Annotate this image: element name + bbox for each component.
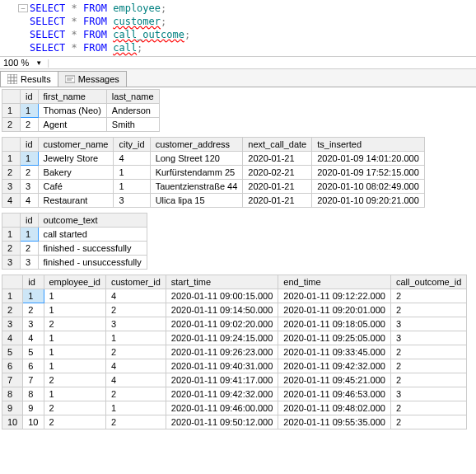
cell[interactable]: 2: [390, 289, 467, 303]
column-header[interactable]: customer_address: [150, 138, 243, 152]
cell[interactable]: 1: [44, 387, 105, 401]
column-header[interactable]: customer_name: [38, 138, 114, 152]
code-text[interactable]: SELECT * FROM call_outcome;: [30, 28, 190, 41]
cell[interactable]: 2020-01-11 09:45:21.000: [278, 373, 391, 387]
cell[interactable]: 7: [23, 373, 44, 387]
cell[interactable]: 4: [105, 289, 166, 303]
cell[interactable]: 1: [21, 104, 39, 118]
cell[interactable]: 4: [105, 373, 166, 387]
editor-line[interactable]: SELECT * FROM call;: [3, 41, 476, 54]
zoom-level[interactable]: 100 %: [2, 58, 30, 68]
cell[interactable]: 2020-01-11 09:12:22.000: [278, 289, 391, 303]
column-header[interactable]: city_id: [114, 138, 150, 152]
table-row[interactable]: 77242020-01-11 09:41:17.0002020-01-11 09…: [2, 373, 467, 387]
table-row[interactable]: 33232020-01-11 09:02:20.0002020-01-11 09…: [2, 317, 467, 331]
cell[interactable]: 6: [23, 359, 44, 373]
cell[interactable]: 1: [44, 303, 105, 317]
table-row[interactable]: 1010222020-01-11 09:50:12.0002020-01-11 …: [2, 415, 467, 429]
cell[interactable]: Anderson: [106, 104, 159, 118]
table-row[interactable]: 22Bakery1Kurfürstendamm 252020-02-212020…: [2, 166, 425, 180]
row-number[interactable]: 1: [2, 104, 21, 118]
cell[interactable]: 2020-01-21: [243, 152, 312, 166]
result-grid-employee[interactable]: idfirst_namelast_name11Thomas (Neo)Ander…: [2, 89, 160, 132]
cell[interactable]: 1: [21, 152, 39, 166]
cell[interactable]: 3: [21, 180, 39, 194]
cell[interactable]: 8: [23, 387, 44, 401]
column-header[interactable]: ts_inserted: [312, 138, 425, 152]
column-header[interactable]: start_time: [166, 275, 278, 289]
cell[interactable]: 3: [21, 256, 39, 270]
cell[interactable]: 2: [21, 242, 39, 256]
cell[interactable]: Tauentzienstraße 44: [150, 180, 243, 194]
table-row[interactable]: 33Café1Tauentzienstraße 442020-01-212020…: [2, 180, 425, 194]
table-row[interactable]: 99212020-01-11 09:46:00.0002020-01-11 09…: [2, 401, 467, 415]
cell[interactable]: 2020-01-11 09:33:45.000: [278, 345, 391, 359]
row-number[interactable]: 2: [2, 118, 21, 132]
cell[interactable]: 4: [105, 359, 166, 373]
code-text[interactable]: SELECT * FROM customer;: [30, 15, 166, 28]
cell[interactable]: 1: [114, 166, 150, 180]
row-number[interactable]: 1: [2, 228, 21, 242]
cell[interactable]: 1: [44, 289, 105, 303]
table-row[interactable]: 44112020-01-11 09:24:15.0002020-01-11 09…: [2, 331, 467, 345]
cell[interactable]: Bakery: [38, 166, 114, 180]
row-number[interactable]: 6: [2, 359, 23, 373]
cell[interactable]: 3: [390, 331, 467, 345]
cell[interactable]: 1: [21, 228, 39, 242]
column-header[interactable]: first_name: [38, 90, 106, 104]
cell[interactable]: Agent: [38, 118, 106, 132]
row-number[interactable]: 2: [2, 303, 23, 317]
tab-results[interactable]: Results: [0, 71, 58, 87]
row-number[interactable]: 3: [2, 180, 21, 194]
column-header[interactable]: next_call_date: [243, 138, 312, 152]
table-row[interactable]: 22AgentSmith: [2, 118, 160, 132]
cell[interactable]: 2020-01-11 09:20:01.000: [278, 303, 391, 317]
cell[interactable]: 2: [390, 401, 467, 415]
table-row[interactable]: 22122020-01-11 09:14:50.0002020-01-11 09…: [2, 303, 467, 317]
row-number[interactable]: 4: [2, 194, 21, 208]
table-row[interactable]: 11142020-01-11 09:00:15.0002020-01-11 09…: [2, 289, 467, 303]
cell[interactable]: call started: [38, 228, 147, 242]
cell[interactable]: 5: [23, 345, 44, 359]
tab-messages[interactable]: Messages: [58, 71, 127, 87]
cell[interactable]: 2020-01-11 09:48:02.000: [278, 401, 391, 415]
cell[interactable]: 9: [23, 401, 44, 415]
table-row[interactable]: 11Jewelry Store4Long Street 1202020-01-2…: [2, 152, 425, 166]
column-header[interactable]: outcome_text: [38, 214, 147, 228]
cell[interactable]: 2020-01-11 09:46:00.000: [166, 401, 278, 415]
cell[interactable]: 2020-01-11 09:50:12.000: [166, 415, 278, 429]
cell[interactable]: 3: [390, 317, 467, 331]
cell[interactable]: Long Street 120: [150, 152, 243, 166]
row-number[interactable]: 1: [2, 152, 21, 166]
row-number[interactable]: 2: [2, 166, 21, 180]
row-number[interactable]: 10: [2, 415, 23, 429]
cell[interactable]: 4: [21, 194, 39, 208]
column-header[interactable]: id: [23, 275, 44, 289]
cell[interactable]: 2: [21, 118, 39, 132]
cell[interactable]: 2020-01-11 09:24:15.000: [166, 331, 278, 345]
cell[interactable]: 2020-01-11 09:02:20.000: [166, 317, 278, 331]
column-header[interactable]: id: [21, 90, 39, 104]
cell[interactable]: 2020-01-11 09:14:50.000: [166, 303, 278, 317]
column-header[interactable]: id: [21, 138, 39, 152]
cell[interactable]: finished - unsuccessfully: [38, 256, 147, 270]
cell[interactable]: Café: [38, 180, 114, 194]
cell[interactable]: 2: [44, 415, 105, 429]
column-header[interactable]: id: [21, 214, 39, 228]
cell[interactable]: 2020-01-09 14:01:20.000: [312, 152, 425, 166]
column-header[interactable]: customer_id: [105, 275, 166, 289]
cell[interactable]: 1: [114, 180, 150, 194]
cell[interactable]: 2020-01-11 09:40:31.000: [166, 359, 278, 373]
table-row[interactable]: 11call started: [2, 228, 147, 242]
cell[interactable]: 2: [105, 303, 166, 317]
row-number[interactable]: 8: [2, 387, 23, 401]
cell[interactable]: 2020-01-21: [243, 180, 312, 194]
table-row[interactable]: 66142020-01-11 09:40:31.0002020-01-11 09…: [2, 359, 467, 373]
fold-icon[interactable]: −: [18, 4, 28, 12]
cell[interactable]: 2: [390, 303, 467, 317]
cell[interactable]: 2020-01-10 08:02:49.000: [312, 180, 425, 194]
cell[interactable]: 2: [390, 415, 467, 429]
column-header[interactable]: end_time: [278, 275, 391, 289]
cell[interactable]: 2020-01-21: [243, 194, 312, 208]
cell[interactable]: 2020-01-11 09:25:05.000: [278, 331, 391, 345]
